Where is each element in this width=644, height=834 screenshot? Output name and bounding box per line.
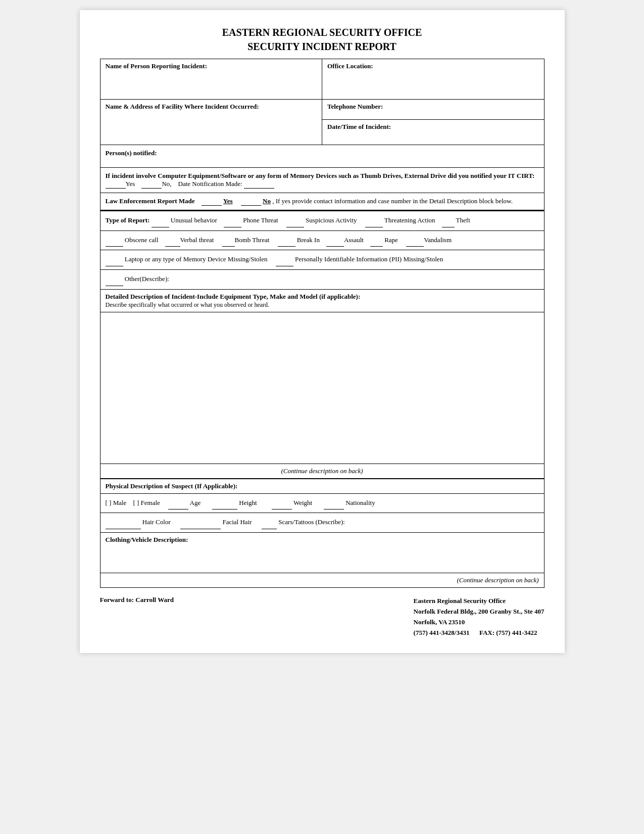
- erso-fax: FAX: (757) 441-3422: [479, 629, 537, 636]
- age-blank: [168, 497, 188, 510]
- weight-label: Weight: [293, 499, 312, 506]
- row-desc-area: [100, 312, 544, 464]
- type-other-cell: Other(Describe):: [100, 270, 544, 290]
- age-label: Age: [190, 499, 201, 506]
- law-enforcement-label: Law Enforcement Report Made: [106, 197, 195, 205]
- it-cirt-date-blank: [244, 180, 274, 189]
- unusual-blank: [152, 214, 169, 227]
- vandalism-blank: [406, 234, 424, 247]
- footer-section: Forward to: Carroll Ward Eastern Regiona…: [100, 596, 544, 638]
- female-label: [ ] Female: [133, 499, 160, 506]
- telephone-label: Telephone Number:: [327, 103, 383, 110]
- detailed-desc-subtext: Describe specifically what occurred or w…: [106, 301, 270, 308]
- type-report-cell2: Obscene call Verbal threat Bomb Threat B…: [100, 230, 544, 250]
- obscene-blank: [106, 234, 123, 247]
- physical-desc-cell: Physical Description of Suspect (If Appl…: [100, 479, 544, 494]
- row-continue-back: (Continue description on back): [100, 573, 544, 588]
- physical-line2-cell: Hair Color Facial Hair Scars/Tattoos (De…: [100, 513, 544, 533]
- name-label: Name of Person Reporting Incident:: [106, 62, 207, 70]
- row-law-enforcement: Law Enforcement Report Made Yes No , If …: [100, 193, 544, 211]
- erso-address1: Norfolk Federal Bldg., 200 Granby St., S…: [414, 607, 544, 617]
- physical-line1-cell: [ ] Male [ ] Female Age Height Weight: [100, 493, 544, 513]
- it-cirt-options: Yes No, Date Notification Made:: [106, 180, 274, 188]
- facility-cell: Name & Address of Facility Where Inciden…: [100, 100, 322, 145]
- type-of-report-label: Type of Report:: [106, 216, 150, 224]
- other-text: Other(Describe):: [125, 275, 169, 283]
- row-it-cirt: If incident involve Computer Equipment/S…: [100, 168, 544, 193]
- row-type-other: Other(Describe):: [100, 270, 544, 290]
- breakin-blank: [278, 234, 295, 247]
- erso-phone-fax: (757) 441-3428/3431 FAX: (757) 441-3422: [414, 628, 544, 638]
- it-cirt-label: If incident involve Computer Equipment/S…: [106, 172, 535, 179]
- scars-label: Scars/Tattoos (Describe):: [278, 518, 345, 526]
- facility-label: Name & Address of Facility Where Inciden…: [106, 103, 259, 110]
- continue-note-cell: (Continue description on back): [100, 464, 544, 479]
- height-label: Height: [239, 499, 257, 506]
- verbal-text: Verbal threat: [180, 236, 214, 244]
- suspicious-text: Suspicious Activity: [306, 216, 357, 224]
- law-note: , If yes provide contact information and…: [272, 197, 513, 205]
- form-table: Name of Person Reporting Incident: Offic…: [100, 59, 544, 588]
- desc-area-cell: [100, 312, 544, 464]
- hair-color-blank: [106, 516, 141, 529]
- it-cirt-cell: If incident involve Computer Equipment/S…: [100, 168, 544, 193]
- row-type-report3: Laptop or any type of Memory Device Miss…: [100, 250, 544, 270]
- datetime-cell: Date/Time of Incident:: [322, 120, 544, 145]
- page-title-line2: SECURITY INCIDENT REPORT: [100, 39, 544, 54]
- type-report-cell3: Laptop or any type of Memory Device Miss…: [100, 250, 544, 270]
- page: EASTERN REGIONAL SECURITY OFFICE SECURIT…: [80, 10, 565, 653]
- forward-to-label: Forward to: Carroll Ward: [100, 596, 174, 604]
- office-label: Office Location:: [327, 62, 373, 70]
- erso-name: Eastern Regional Security Office: [414, 596, 544, 607]
- row-type-report2: Obscene call Verbal threat Bomb Threat B…: [100, 230, 544, 250]
- title-section: EASTERN REGIONAL SECURITY OFFICE SECURIT…: [100, 25, 544, 54]
- name-of-person-cell: Name of Person Reporting Incident:: [100, 59, 322, 100]
- row-physical-line1: [ ] Male [ ] Female Age Height Weight: [100, 493, 544, 513]
- row-facility-phone: Name & Address of Facility Where Inciden…: [100, 100, 544, 120]
- detailed-desc-heading: Detailed Description of Incident-Include…: [106, 293, 361, 300]
- theft-text: Theft: [456, 216, 470, 224]
- breakin-text: Break In: [297, 236, 320, 244]
- laptop-blank: [106, 253, 123, 266]
- threatening-text: Threatening Action: [384, 216, 435, 224]
- hair-color-label: Hair Color: [142, 518, 171, 526]
- rape-text: Rape: [384, 236, 398, 244]
- vandalism-text: Vandalism: [424, 236, 452, 244]
- it-cirt-yes-blank: [106, 180, 126, 189]
- rape-blank: [370, 234, 383, 247]
- footer-left: Forward to: Carroll Ward: [100, 596, 174, 638]
- telephone-cell: Telephone Number:: [322, 100, 544, 120]
- suspicious-blank: [286, 214, 304, 227]
- office-location-cell: Office Location:: [322, 59, 544, 100]
- row-detailed-desc: Detailed Description of Incident-Include…: [100, 289, 544, 312]
- clothing-cell: Clothing/Vehicle Description:: [100, 533, 544, 573]
- facial-hair-blank: [180, 516, 221, 529]
- row-type-report1: Type of Report: Unusual behavior Phone T…: [100, 211, 544, 231]
- it-cirt-no-blank: [141, 180, 162, 189]
- row-clothing: Clothing/Vehicle Description:: [100, 533, 544, 573]
- row-physical-line2: Hair Color Facial Hair Scars/Tattoos (De…: [100, 513, 544, 533]
- persons-notified-label: Person(s) notified:: [106, 149, 157, 157]
- row-physical-desc-heading: Physical Description of Suspect (If Appl…: [100, 479, 544, 494]
- height-blank: [212, 497, 237, 510]
- type-report-cell1: Type of Report: Unusual behavior Phone T…: [100, 211, 544, 231]
- facial-hair-label: Facial Hair: [222, 518, 252, 526]
- nationality-blank: [324, 497, 344, 510]
- law-no-text: No: [263, 197, 271, 205]
- datetime-label: Date/Time of Incident:: [327, 123, 391, 130]
- physical-desc-heading: Physical Description of Suspect (If Appl…: [106, 482, 238, 490]
- verbal-blank: [165, 234, 180, 247]
- it-cirt-yes: Yes: [126, 180, 135, 188]
- threatening-blank: [365, 214, 383, 227]
- scars-blank: [262, 516, 277, 529]
- obscene-text: Obscene call: [125, 236, 159, 244]
- detailed-desc-cell: Detailed Description of Incident-Include…: [100, 289, 544, 312]
- persons-notified-cell: Person(s) notified:: [100, 145, 544, 168]
- continue-note-text: (Continue description on back): [281, 467, 363, 475]
- it-cirt-date-label: Date Notification Made:: [178, 180, 242, 188]
- male-label: [ ] Male: [106, 499, 127, 506]
- row-persons-notified: Person(s) notified:: [100, 145, 544, 168]
- continue-back-cell: (Continue description on back): [100, 573, 544, 588]
- row-name-office: Name of Person Reporting Incident: Offic…: [100, 59, 544, 100]
- other-blank: [106, 273, 123, 286]
